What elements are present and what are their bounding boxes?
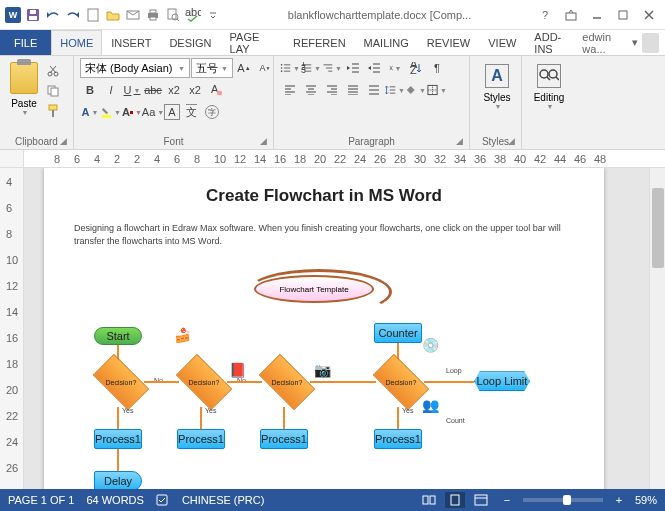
- help-icon[interactable]: ?: [533, 5, 557, 25]
- superscript-button[interactable]: x2: [185, 80, 205, 100]
- multilevel-icon[interactable]: ▼: [322, 58, 342, 78]
- start-shape: Start: [94, 327, 142, 345]
- tab-addins[interactable]: ADD-INS: [525, 30, 582, 55]
- cut-icon[interactable]: [44, 62, 62, 80]
- flowchart-title: Flowchart Template: [254, 275, 374, 303]
- shading-icon[interactable]: ▼: [406, 80, 426, 100]
- ribbon-tabs: FILE HOME INSERT DESIGN PAGE LAY REFEREN…: [0, 30, 665, 56]
- tab-design[interactable]: DESIGN: [160, 30, 220, 55]
- font-name-combo[interactable]: 宋体 (Body Asian)▼: [80, 58, 190, 78]
- zoom-level[interactable]: 59%: [635, 494, 657, 506]
- language-status[interactable]: CHINESE (PRC): [182, 494, 265, 506]
- scrollbar-vertical[interactable]: [649, 168, 665, 489]
- bullets-icon[interactable]: ▼: [280, 58, 300, 78]
- document-canvas[interactable]: Create Flowchart in MS Word Designing a …: [24, 168, 649, 489]
- bold-button[interactable]: B: [80, 80, 100, 100]
- strike-button[interactable]: abc: [143, 80, 163, 100]
- tab-page-layout[interactable]: PAGE LAY: [221, 30, 284, 55]
- ruler-h-scale[interactable]: 8642246810121416182022242628303234363840…: [24, 150, 665, 167]
- looplimit-shape: Loop Limit: [474, 371, 530, 391]
- print-icon[interactable]: [144, 6, 162, 24]
- editing-button[interactable]: Editing ▼: [528, 58, 570, 110]
- scroll-thumb[interactable]: [652, 188, 664, 268]
- print-layout-icon[interactable]: [445, 492, 465, 508]
- copy-icon[interactable]: [44, 82, 62, 100]
- tab-home[interactable]: HOME: [51, 30, 102, 55]
- shrink-font-icon[interactable]: A▼: [255, 58, 275, 78]
- chevron-down-icon: ▼: [547, 103, 554, 110]
- svg-rect-26: [217, 91, 222, 95]
- email-icon[interactable]: [124, 6, 142, 24]
- close-icon[interactable]: [637, 5, 661, 25]
- decrease-indent-icon[interactable]: [343, 58, 363, 78]
- maximize-icon[interactable]: [611, 5, 635, 25]
- page-status[interactable]: PAGE 1 OF 1: [8, 494, 74, 506]
- paste-button[interactable]: Paste ▼: [6, 58, 42, 116]
- file-tab[interactable]: FILE: [0, 30, 51, 55]
- underline-button[interactable]: U▼: [122, 80, 142, 100]
- preview-icon[interactable]: [164, 6, 182, 24]
- read-mode-icon[interactable]: [419, 492, 439, 508]
- tab-view[interactable]: VIEW: [479, 30, 525, 55]
- qat-dropdown-icon[interactable]: [204, 6, 222, 24]
- line-spacing-icon[interactable]: ▼: [385, 80, 405, 100]
- dialog-launcher-icon[interactable]: ◢: [508, 136, 518, 146]
- sort-icon[interactable]: AZ: [406, 58, 426, 78]
- word-count[interactable]: 64 WORDS: [86, 494, 143, 506]
- enclose-char-icon[interactable]: 字: [202, 102, 222, 122]
- connector: [397, 407, 399, 429]
- avatar[interactable]: [642, 33, 659, 53]
- align-left-icon[interactable]: [280, 80, 300, 100]
- tab-insert[interactable]: INSERT: [102, 30, 160, 55]
- borders-icon[interactable]: ▼: [427, 80, 447, 100]
- clear-format-icon[interactable]: A: [206, 80, 226, 100]
- undo-icon[interactable]: [44, 6, 62, 24]
- italic-button[interactable]: I: [101, 80, 121, 100]
- distributed-icon[interactable]: [364, 80, 384, 100]
- dialog-launcher-icon[interactable]: ◢: [456, 136, 466, 146]
- justify-icon[interactable]: [343, 80, 363, 100]
- web-layout-icon[interactable]: [471, 492, 491, 508]
- zoom-out-icon[interactable]: −: [497, 492, 517, 508]
- dialog-launcher-icon[interactable]: ◢: [60, 136, 70, 146]
- open-icon[interactable]: [104, 6, 122, 24]
- loop-label: Loop: [446, 367, 462, 374]
- dialog-launcher-icon[interactable]: ◢: [260, 136, 270, 146]
- find-icon: [537, 64, 561, 88]
- align-right-icon[interactable]: [322, 80, 342, 100]
- chevron-down-icon: ▼: [22, 109, 29, 116]
- ribbon-options-icon[interactable]: [559, 5, 583, 25]
- save-icon[interactable]: [24, 6, 42, 24]
- text-effects-icon[interactable]: A▼: [80, 102, 100, 122]
- redo-icon[interactable]: [64, 6, 82, 24]
- zoom-in-icon[interactable]: +: [609, 492, 629, 508]
- svg-rect-23: [49, 105, 57, 110]
- zoom-slider[interactable]: [523, 498, 603, 502]
- new-icon[interactable]: [84, 6, 102, 24]
- format-painter-icon[interactable]: [44, 102, 62, 120]
- asian-layout-icon[interactable]: ☓▼: [385, 58, 405, 78]
- user-area[interactable]: edwin wa... ▾: [582, 30, 665, 55]
- char-border-icon[interactable]: A: [164, 104, 180, 120]
- svg-point-28: [281, 64, 283, 66]
- tab-mailings[interactable]: MAILING: [355, 30, 418, 55]
- tab-references[interactable]: REFEREN: [284, 30, 355, 55]
- change-case-icon[interactable]: Aa▼: [143, 102, 163, 122]
- increase-indent-icon[interactable]: [364, 58, 384, 78]
- align-center-icon[interactable]: [301, 80, 321, 100]
- show-hide-icon[interactable]: ¶: [427, 58, 447, 78]
- phonetic-guide-icon[interactable]: 文: [181, 102, 201, 122]
- styles-button[interactable]: A Styles ▼: [476, 58, 518, 110]
- ruler-vertical[interactable]: 468101214161820222426: [0, 168, 24, 489]
- font-color-icon[interactable]: A▼: [122, 102, 142, 122]
- numbering-icon[interactable]: 123▼: [301, 58, 321, 78]
- grow-font-icon[interactable]: A▲: [234, 58, 254, 78]
- quick-access-toolbar: W abc: [0, 6, 226, 24]
- tab-review[interactable]: REVIEW: [418, 30, 479, 55]
- spell-check-icon[interactable]: [156, 494, 170, 506]
- highlight-icon[interactable]: ▼: [101, 102, 121, 122]
- minimize-icon[interactable]: [585, 5, 609, 25]
- subscript-button[interactable]: x2: [164, 80, 184, 100]
- spelling-icon[interactable]: abc: [184, 6, 202, 24]
- font-size-combo[interactable]: 五号▼: [191, 58, 233, 78]
